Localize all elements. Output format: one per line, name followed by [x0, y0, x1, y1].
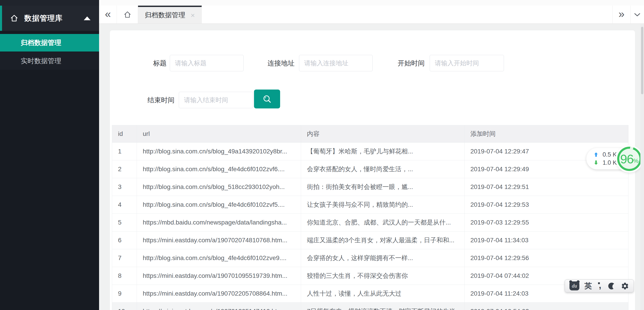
- cell-content: 端庄又温柔的3个生肖女，对家人最温柔，日子和和...: [301, 232, 464, 249]
- cell-time: 2019-07-04 12:29:56: [464, 249, 628, 267]
- column-header-id: id: [112, 125, 137, 143]
- caret-up-icon: [84, 16, 90, 20]
- cell-time: 2019-07-04 12:29:51: [464, 178, 628, 196]
- sidebar-group-title: 数据管理库: [24, 13, 62, 23]
- table-row[interactable]: 8https://mini.eastday.com/a/190701095519…: [112, 267, 628, 285]
- cell-time: 2019-07-04 12:29:53: [464, 196, 628, 214]
- cell-url: http://blog.sina.com.cn/s/blog_49a143920…: [137, 143, 301, 160]
- table-row[interactable]: 6https://mini.eastday.com/a/190702074810…: [112, 232, 628, 249]
- sidebar-top-strip: [0, 0, 99, 6]
- cell-id: 5: [112, 214, 137, 232]
- moon-icon[interactable]: [608, 282, 616, 290]
- cell-id: 7: [112, 249, 137, 267]
- tab-archive-data[interactable]: 归档数据管理 ×: [138, 6, 202, 23]
- cell-id: 2: [112, 160, 137, 178]
- score-percent-value: 96: [620, 152, 633, 166]
- ime-language-toggle[interactable]: 英: [584, 281, 592, 291]
- close-tab-icon[interactable]: ×: [191, 12, 195, 19]
- tab-bar: « 归档数据管理 × »: [99, 0, 644, 24]
- cell-content: 让女孩子美得与众不同，精致简约的...: [301, 196, 464, 214]
- table-row[interactable]: 7http://blog.sina.com.cn/s/blog_4fe4dc6f…: [112, 249, 628, 267]
- arrow-up-icon: [593, 152, 599, 157]
- sidebar-item-label: 实时数据管理: [21, 56, 61, 66]
- cell-time: 2019-07-04 11:34:03: [464, 232, 628, 249]
- punctuation-comma: ,: [599, 281, 602, 290]
- cell-id: 8: [112, 267, 137, 285]
- cell-url: https://mbd.baidu.com/newspage/data/land…: [137, 214, 301, 232]
- tab-label: 归档数据管理: [145, 10, 185, 20]
- table-row[interactable]: 2http://blog.sina.com.cn/s/blog_4fe4dc6f…: [112, 160, 628, 178]
- ime-logo-icon[interactable]: du: [570, 282, 579, 291]
- start-time-field-label: 开始时间: [387, 55, 425, 71]
- table-row[interactable]: 10https://mini.eastday.com/a/19070120514…: [112, 303, 628, 310]
- cell-content: 人性十过，读懂，人生从此无大过: [301, 285, 464, 303]
- end-time-field-label: 结束时间: [137, 92, 174, 108]
- table-row[interactable]: 1http://blog.sina.com.cn/s/blog_49a14392…: [112, 143, 628, 160]
- home-tab-button[interactable]: [117, 6, 138, 23]
- sidebar: 数据管理库 归档数据管理 实时数据管理: [0, 0, 99, 310]
- sidebar-accent-bar: [0, 6, 2, 31]
- cell-url: https://mini.eastday.com/a/1907022057088…: [137, 285, 301, 303]
- cell-content: 【葡萄牙】米哈斯，毛驴儿与鲜花相...: [301, 143, 464, 160]
- cell-id: 10: [112, 303, 137, 310]
- data-table: id url 内容 添加时间 1http://blog.sina.com.cn/…: [112, 125, 628, 310]
- scrollbar-track[interactable]: [640, 24, 644, 310]
- scrollbar-thumb[interactable]: [641, 27, 643, 94]
- score-percent-unit: %: [634, 157, 638, 164]
- cell-content: 你知道北京、合肥、成都、武汉人的一天都是从什...: [301, 214, 464, 232]
- url-field-label: 连接地址: [257, 55, 294, 71]
- ime-logo-text: du: [572, 283, 577, 289]
- search-button[interactable]: [254, 89, 280, 108]
- cell-url: http://blog.sina.com.cn/s/blog_4fe4dc6f0…: [137, 160, 301, 178]
- title-field-label: 标题: [132, 55, 167, 71]
- title-input[interactable]: [170, 55, 244, 71]
- start-time-input[interactable]: [430, 55, 504, 71]
- table-row[interactable]: 5https://mbd.baidu.com/newspage/data/lan…: [112, 214, 628, 232]
- content-card: 标题 连接地址 开始时间 结束时间: [110, 30, 635, 310]
- tab-bar-spacer: [202, 6, 612, 23]
- sidebar-item-archive-data[interactable]: 归档数据管理: [0, 34, 99, 51]
- cell-id: 3: [112, 178, 137, 196]
- gear-icon[interactable]: [621, 282, 629, 290]
- column-header-content: 内容: [301, 125, 464, 143]
- chevron-down-icon: [632, 10, 642, 19]
- end-time-input[interactable]: [179, 92, 253, 108]
- ime-toolbar: du 英 ,: [565, 280, 634, 293]
- cell-url: http://blog.sina.com.cn/s/blog_4fe4dc6f0…: [137, 196, 301, 214]
- cell-time: 2019-07-03 12:29:55: [464, 214, 628, 232]
- table-body: 1http://blog.sina.com.cn/s/blog_49a14392…: [112, 143, 628, 310]
- cell-url: http://blog.sina.com.cn/s/blog_4fe4dc6f0…: [137, 249, 301, 267]
- score-circle-inner: 96 %: [619, 149, 640, 169]
- table-row[interactable]: 9https://mini.eastday.com/a/190702205708…: [112, 285, 628, 303]
- cell-content: 会穿衣搭配的女人，懂时尚爱生活，...: [301, 160, 464, 178]
- table-row[interactable]: 4http://blog.sina.com.cn/s/blog_4fe4dc6f…: [112, 196, 628, 214]
- cell-content: 街拍：街拍美女有时会被瞪一眼，尴...: [301, 178, 464, 196]
- arrow-down-icon: [593, 160, 599, 166]
- cell-url: http://blog.sina.com.cn/s/blog_518cc2930…: [137, 178, 301, 196]
- cell-content: 7日紫气东来，横财滚滚数不清，财富不断登门的生肖: [301, 303, 464, 310]
- url-input[interactable]: [299, 55, 373, 71]
- tab-list-dropdown-button[interactable]: [630, 6, 644, 23]
- cell-url: https://mini.eastday.com/a/1907012051474…: [137, 303, 301, 310]
- sidebar-item-realtime-data[interactable]: 实时数据管理: [0, 52, 99, 70]
- cell-time: 2019-07-04 10:54:02: [464, 303, 628, 310]
- home-icon: [123, 10, 132, 19]
- cell-id: 6: [112, 232, 137, 249]
- ime-punctuation-toggle[interactable]: ,: [597, 282, 603, 291]
- cell-url: https://mini.eastday.com/a/1907020748107…: [137, 232, 301, 249]
- collapse-sidebar-button[interactable]: «: [99, 6, 117, 23]
- sidebar-divider: [0, 31, 99, 34]
- cell-url: https://mini.eastday.com/a/1907010955197…: [137, 267, 301, 285]
- table-header-row: id url 内容 添加时间: [112, 125, 628, 143]
- tab-row: « 归档数据管理 × »: [99, 6, 644, 24]
- tab-bar-top-strip: [99, 0, 644, 6]
- cell-id: 9: [112, 285, 137, 303]
- content-area: 标题 连接地址 开始时间 结束时间: [99, 24, 644, 310]
- sidebar-group-header[interactable]: 数据管理库: [0, 6, 99, 31]
- cell-content: 狡猾的三大生肖，不得深交会伤害你: [301, 267, 464, 285]
- sidebar-item-label: 归档数据管理: [21, 38, 61, 47]
- table-row[interactable]: 3http://blog.sina.com.cn/s/blog_518cc293…: [112, 178, 628, 196]
- score-circle-widget[interactable]: 96 %: [617, 147, 642, 171]
- expand-tabs-button[interactable]: »: [612, 6, 630, 23]
- app-window: 数据管理库 归档数据管理 实时数据管理 « 归档数据管理 × »: [0, 0, 644, 310]
